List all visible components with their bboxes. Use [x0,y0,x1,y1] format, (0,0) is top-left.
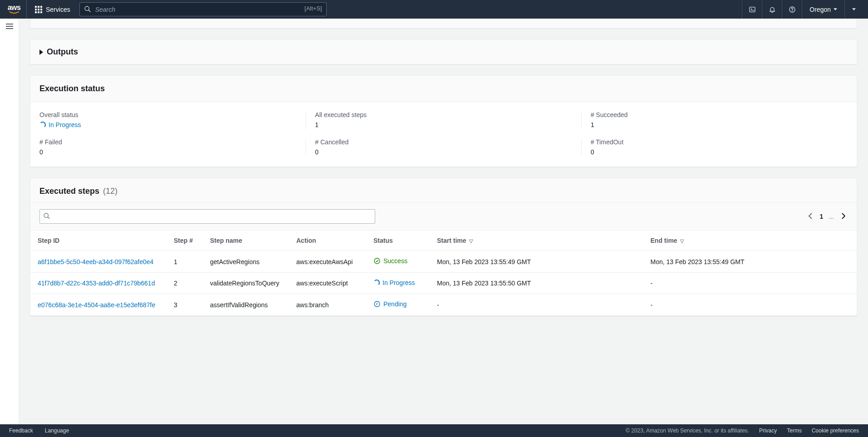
search-input[interactable] [79,2,327,16]
help-icon [789,6,796,13]
svg-point-9 [44,213,48,217]
current-page: 1 [820,213,824,220]
step-name: getActiveRegions [203,251,289,273]
services-button[interactable]: Services [29,0,77,19]
steps-filter [39,209,375,224]
execution-status-panel: Execution status Overall status In Progr… [30,75,857,167]
left-rail [0,19,19,424]
timedout-label: # TimedOut [591,138,848,146]
svg-line-1 [88,10,90,12]
global-search: [Alt+S] [79,2,327,16]
cloudshell-icon [749,6,756,13]
status-pending: Pending [373,300,407,308]
executed-steps-table: Step ID Step # Step name Action Status S… [30,231,857,316]
col-end-time[interactable]: End time▽ [643,231,857,251]
aws-smile-icon [7,11,21,14]
col-step-id[interactable]: Step ID [30,231,167,251]
step-id-link[interactable]: a6f1bbe5-5c50-4eeb-a34d-097f62afe0e4 [38,258,153,265]
step-end: - [643,294,857,316]
outputs-title: Outputs [47,47,78,57]
svg-point-5 [792,11,792,11]
step-num: 2 [167,273,203,294]
step-action: aws:executeScript [289,273,366,294]
step-num: 1 [167,251,203,273]
table-row: e076c68a-3e1e-4504-aa8e-e15e3ef687fe3ass… [30,294,857,316]
step-start: Mon, 13 Feb 2023 13:55:49 GMT [430,251,643,273]
help-button[interactable] [782,0,802,19]
aws-logo-text: aws [8,5,21,11]
bell-icon [769,6,776,13]
svg-point-11 [374,258,380,264]
all-executed-label: All executed steps [315,111,572,118]
prev-page-button[interactable] [806,211,814,223]
region-label: Oregon [809,6,831,13]
sort-icon: ▽ [680,238,684,244]
succeeded-label: # Succeeded [591,111,848,118]
pagination: 1 ... [806,211,848,223]
svg-line-10 [48,217,49,219]
executed-steps-count: (12) [103,187,118,196]
step-id-link[interactable]: e076c68a-3e1e-4504-aa8e-e15e3ef687fe [38,301,155,309]
cancelled-label: # Cancelled [315,138,572,146]
notifications-button[interactable] [762,0,782,19]
overall-status-label: Overall status [39,111,296,118]
execution-status-title: Execution status [30,76,857,102]
step-start: Mon, 13 Feb 2023 13:55:50 GMT [430,273,643,294]
col-step-num[interactable]: Step # [167,231,203,251]
check-circle-icon [373,257,381,265]
step-end: Mon, 13 Feb 2023 13:55:49 GMT [643,251,857,273]
succeeded-value: 1 [591,121,848,128]
spinner-icon [39,122,46,128]
executed-steps-title: Executed steps [39,187,99,196]
step-action: aws:executeAwsApi [289,251,366,273]
steps-filter-input[interactable] [39,209,375,224]
col-step-name[interactable]: Step name [203,231,289,251]
search-shortcut: [Alt+S] [304,5,322,12]
step-name: assertIfValidRegions [203,294,289,316]
aws-logo[interactable]: aws [5,0,27,19]
sort-icon: ▽ [469,238,473,244]
table-row: a6f1bbe5-5c50-4eeb-a34d-097f62afe0e41get… [30,251,857,273]
prior-panel-stub [30,19,857,29]
top-nav: aws Services [Alt+S] Oregon [0,0,868,19]
status-inprogress: In Progress [373,279,415,286]
failed-value: 0 [39,148,296,156]
step-start: - [430,294,643,316]
main-content: Outputs Execution status Overall status … [19,19,868,424]
col-action[interactable]: Action [289,231,366,251]
step-action: aws:branch [289,294,366,316]
caret-down-icon [852,8,856,10]
table-row: 41f7d8b7-d22c-4353-add0-df71c79b661d2val… [30,273,857,294]
caret-right-icon [39,49,43,55]
hamburger-icon[interactable] [5,23,14,29]
services-label: Services [46,6,70,13]
top-nav-right: Oregon [742,0,863,19]
step-end: - [643,273,857,294]
services-grid-icon [35,6,42,13]
search-icon [43,212,50,220]
cancelled-value: 0 [315,148,572,156]
next-page-button[interactable] [839,211,848,223]
step-id-link[interactable]: 41f7d8b7-d22c-4353-add0-df71c79b661d [38,280,155,287]
page-ellipsis: ... [829,213,834,220]
shell: Outputs Execution status Overall status … [0,19,868,424]
region-selector[interactable]: Oregon [802,0,844,19]
all-executed-value: 1 [315,121,572,128]
timedout-value: 0 [591,148,848,156]
clock-icon [373,300,381,308]
col-start-time[interactable]: Start time▽ [430,231,643,251]
executed-steps-panel: Executed steps (12) 1 ... [30,178,857,316]
step-num: 3 [167,294,203,316]
step-name: validateRegionsToQuery [203,273,289,294]
caret-down-icon [834,8,837,10]
col-status[interactable]: Status [366,231,430,251]
search-icon [84,5,91,13]
overall-status-value: In Progress [39,121,81,128]
spinner-icon [373,280,380,286]
cloudshell-button[interactable] [742,0,762,19]
outputs-panel[interactable]: Outputs [30,39,857,64]
account-menu[interactable] [844,0,863,19]
status-success: Success [373,257,407,265]
failed-label: # Failed [39,138,296,146]
